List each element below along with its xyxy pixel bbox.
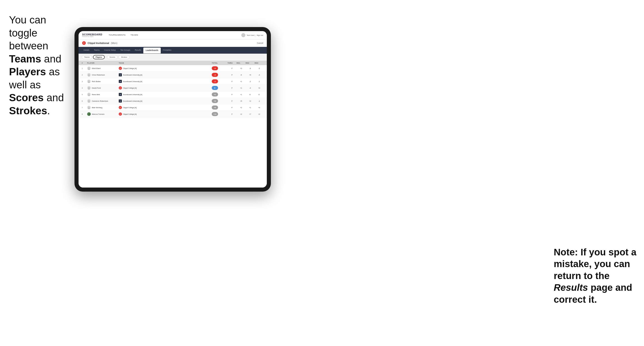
- col-rank: #: [82, 62, 87, 64]
- rd2-cell: -6: [246, 67, 254, 69]
- rank-cell: 2: [82, 74, 87, 76]
- tab-leaderboards[interactable]: Leaderboards: [143, 48, 160, 53]
- team-logo-icon: ■: [119, 93, 122, 96]
- tournament-header: C Clippd Invitational (Men) Cancel: [78, 39, 267, 47]
- svg-point-6: [88, 82, 90, 83]
- total-badge: +8: [212, 106, 218, 110]
- nav-teams[interactable]: TEAMS: [130, 33, 138, 37]
- player-avatar: [87, 66, 91, 70]
- table-body: 1 Elliot Ebert C Clippd College [A] -8 F…: [78, 65, 267, 117]
- col-rd2: RD2: [246, 62, 254, 64]
- rd1-cell: +1: [236, 94, 246, 96]
- rank-cell: 5: [82, 94, 87, 96]
- toggle-strokes[interactable]: Strokes: [118, 55, 130, 59]
- player-cell: Chris Robertson: [87, 73, 119, 77]
- player-cell: David Ford: [87, 86, 119, 90]
- team-cell: C Clippd College [A]: [119, 67, 212, 70]
- svg-point-8: [88, 88, 90, 89]
- thru-cell: F: [228, 100, 236, 102]
- tab-teams[interactable]: Teams: [92, 47, 102, 54]
- cancel-button[interactable]: Cancel: [257, 42, 263, 44]
- rd1-cell: +2: [236, 113, 246, 115]
- svg-point-14: [88, 108, 90, 109]
- sign-out-link[interactable]: Sign out: [257, 34, 263, 36]
- table-row: 4 David Ford C Clippd College [A] E F +1…: [78, 85, 267, 91]
- svg-point-10: [88, 95, 90, 96]
- col-team: TEAM: [119, 62, 212, 64]
- tab-printables[interactable]: Printables: [161, 47, 174, 54]
- table-header: # PLAYER TEAM TOTAL THRU RD1 RD2 RD3: [78, 61, 267, 65]
- table-row: 8 Marcus Turners C Clippd College [A] +1…: [78, 111, 267, 117]
- team-cell: C Clippd College [A]: [119, 106, 212, 109]
- rd1-cell: +1: [236, 87, 246, 89]
- svg-point-12: [88, 101, 90, 103]
- player-name: Blair McHarg: [92, 107, 102, 109]
- player-cell: Elliot Ebert: [87, 66, 119, 70]
- team-name: Clippd College [A]: [123, 113, 136, 115]
- team-logo-icon: ■: [119, 99, 122, 103]
- leaderboard-table: # PLAYER TEAM TOTAL THRU RD1 RD2 RD3 1 E…: [78, 61, 267, 187]
- player-cell: Cameron Robertson: [87, 99, 119, 103]
- nav-tournaments[interactable]: TOURNAMENTS: [108, 33, 126, 37]
- rank-cell: 1: [82, 67, 87, 69]
- rd3-cell: -5: [254, 67, 264, 69]
- total-badge: +11: [212, 112, 218, 116]
- rd2-cell: -4: [246, 87, 254, 89]
- team-name: Clippd College [A]: [123, 107, 136, 109]
- rd2-cell: +1: [246, 107, 254, 109]
- svg-point-1: [88, 67, 90, 68]
- rd3-cell: +3: [254, 87, 264, 89]
- player-avatar: [87, 93, 91, 96]
- rank-cell: 4: [82, 87, 87, 89]
- svg-point-5: [88, 80, 90, 82]
- rd3-cell: -4: [254, 74, 264, 76]
- tab-details[interactable]: Details: [81, 47, 92, 54]
- rd3-cell: -1: [254, 100, 264, 102]
- team-name: Scoreboard University [A]: [123, 74, 142, 76]
- rd2-cell: +5: [246, 74, 254, 76]
- table-row: 2 Chris Robertson ■ Scoreboard Universit…: [78, 72, 267, 78]
- scores-bold: Scores: [9, 92, 44, 103]
- player-name: Chris Robertson: [92, 74, 105, 76]
- tournament-name: Clippd Invitational: [88, 42, 109, 44]
- logo-sub: Powered by clippd: [82, 36, 102, 37]
- tab-tee-groups[interactable]: Tee Groups: [118, 47, 132, 54]
- player-name: Marcus Turners: [92, 113, 104, 115]
- player-avatar: [87, 106, 91, 109]
- team-cell: ■ Scoreboard University [A]: [119, 93, 212, 96]
- rd2-cell: E: [246, 94, 254, 96]
- toggle-scores[interactable]: Scores: [107, 55, 118, 59]
- rd3-cell: +6: [254, 107, 264, 109]
- player-cell: Rich Butler: [87, 80, 119, 83]
- team-name: Clippd College [A]: [123, 87, 136, 89]
- rank-cell: 6: [82, 100, 87, 102]
- toggle-teams[interactable]: Teams: [82, 55, 92, 59]
- total-badge: +6: [212, 99, 218, 103]
- thru-cell: F: [228, 67, 236, 69]
- thru-cell: F: [228, 80, 236, 82]
- team-logo-icon: C: [119, 106, 122, 109]
- team-name: Clippd College [A]: [123, 67, 136, 69]
- rd1-cell: +5: [236, 100, 246, 102]
- right-annotation: Note: If you spot a mistake, you can ret…: [554, 246, 637, 306]
- thru-cell: F: [228, 107, 236, 109]
- tab-results[interactable]: Results: [132, 47, 143, 54]
- col-total: TOTAL: [212, 62, 228, 64]
- thru-cell: F: [228, 94, 236, 96]
- rank-cell: 8: [82, 113, 87, 115]
- note-label: Note: If you spot a mistake, you can ret…: [554, 247, 636, 305]
- rd3-cell: E: [254, 94, 264, 96]
- tablet-shell: SCOREBOARD Powered by clippd TOURNAMENTS…: [74, 27, 271, 191]
- team-cell: C Clippd College [A]: [119, 86, 212, 89]
- rd1-cell: +3: [236, 67, 246, 69]
- tab-course-setup[interactable]: Course Setup: [102, 47, 118, 54]
- team-logo-icon: ■: [119, 73, 122, 76]
- svg-point-9: [88, 94, 90, 95]
- svg-point-13: [88, 107, 90, 108]
- rd1-cell: +2: [236, 107, 246, 109]
- player-name: Cameron Robertson: [92, 100, 108, 102]
- nav-right: Test User | Sign out: [241, 33, 263, 37]
- player-avatar: [87, 80, 91, 83]
- toggle-players[interactable]: Players: [93, 55, 105, 59]
- rd2-cell: +2: [246, 100, 254, 102]
